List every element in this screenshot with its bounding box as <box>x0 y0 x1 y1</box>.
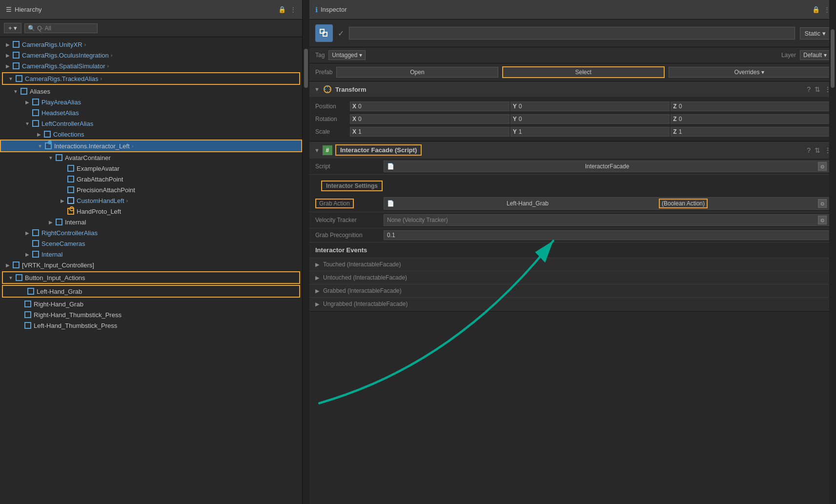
scrollbar-thumb[interactable] <box>304 49 308 88</box>
script-title: Interactor Facade (Script) <box>335 144 422 156</box>
tree-item-grab-attach[interactable]: GrabAttachPoint <box>0 174 302 184</box>
velocity-target-btn[interactable]: ⊙ <box>818 216 827 224</box>
transform-header[interactable]: ▼ Transform ? ⇅ ⋮ <box>309 81 836 97</box>
lock-icon[interactable]: 🔒 <box>812 6 820 13</box>
object-name-field[interactable]: Interactions.Interactor_Left <box>349 27 795 40</box>
script-input[interactable]: 📄 InteractorFacade ⊙ <box>384 161 830 172</box>
grab-precognition-input[interactable]: 0.1 <box>384 230 830 240</box>
tree-item-playarea[interactable]: PlayAreaAlias <box>0 97 302 107</box>
position-y-field[interactable]: Y 0 <box>510 101 670 111</box>
tree-item-hand-proto[interactable]: HandProto_Left <box>0 206 302 217</box>
hierarchy-toolbar: + ▾ 🔍 Q· All <box>0 20 302 37</box>
item-label: CameraRigs.UnityXR <box>22 41 82 48</box>
velocity-input[interactable]: None (Velocity Tracker) ⊙ <box>384 214 830 226</box>
item-label: Aliases <box>30 88 50 95</box>
event-arrow: ▶ <box>315 301 319 307</box>
cube-icon <box>15 273 23 282</box>
event-touched[interactable]: ▶ Touched (InteractableFacade) <box>309 258 836 271</box>
tree-item-precision-attach[interactable]: PrecisionAttachPoint <box>0 184 302 195</box>
scale-z-field[interactable]: Z 1 <box>671 127 830 137</box>
select-prefab-button[interactable]: Select <box>502 66 665 78</box>
static-badge[interactable]: Static ▾ <box>800 27 830 40</box>
tree-item-right-hand-grab[interactable]: Right-Hand_Grab <box>0 299 302 309</box>
checkbox-icon[interactable]: ✓ <box>338 29 344 38</box>
item-label: ExampleAvatar <box>77 165 120 172</box>
layer-value: Default <box>803 52 822 59</box>
static-label: Static <box>804 30 820 37</box>
cube-icon <box>31 119 40 128</box>
add-button[interactable]: + ▾ <box>4 23 21 33</box>
tree-item-avatar-container[interactable]: AvatarContainer <box>0 152 302 163</box>
position-x-field[interactable]: X 0 <box>350 101 510 111</box>
rotation-row: Rotation X 0 Y 0 Z 0 <box>315 113 830 125</box>
event-ungrabbed[interactable]: ▶ Ungrabbed (InteractableFacade) <box>309 298 836 311</box>
script-header[interactable]: ▼ # Interactor Facade (Script) ? ⇅ ⋮ <box>309 141 836 159</box>
grab-action-target-btn[interactable]: ⊙ <box>818 199 827 208</box>
tree-item-left-hand-grab[interactable]: Left-Hand_Grab <box>2 285 300 298</box>
tree-item-headset[interactable]: HeadsetAlias <box>0 107 302 118</box>
script-settings-icon[interactable]: ⇅ <box>815 146 820 154</box>
more-icon[interactable]: ⋮ <box>290 6 296 13</box>
tree-item-collections[interactable]: Collections <box>0 129 302 140</box>
scale-x-field[interactable]: X 1 <box>350 127 510 137</box>
rotation-y-field[interactable]: Y 0 <box>510 114 670 124</box>
tree-item-right-thumbstick[interactable]: Right-Hand_Thumbstick_Press <box>0 309 302 320</box>
script-help-icon[interactable]: ? <box>807 146 811 154</box>
tree-item-button-input[interactable]: Button_Input_Actions <box>2 271 300 284</box>
tree-item-camera-oculus[interactable]: CameraRigs.OculusIntegration › <box>0 50 302 60</box>
tag-dropdown[interactable]: Untagged ▾ <box>328 50 366 60</box>
inspector-scrollbar[interactable] <box>829 0 836 504</box>
tree-arrow <box>4 42 12 47</box>
item-label: PlayAreaAlias <box>41 99 81 106</box>
hierarchy-header: ☰ Hierarchy 🔒 ⋮ <box>0 0 302 20</box>
rotation-x-field[interactable]: X 0 <box>350 114 510 124</box>
tree-item-vrtk-input[interactable]: [VRTK_Input_Controllers] <box>0 260 302 270</box>
tree-item-left-thumbstick[interactable]: Left-Hand_Thumbstick_Press <box>0 320 302 331</box>
tree-item-leftcontroller[interactable]: LeftControllerAlias <box>0 118 302 129</box>
tree-item-example-avatar[interactable]: ExampleAvatar <box>0 163 302 174</box>
tree-item-custom-hand[interactable]: CustomHandLeft › <box>0 195 302 206</box>
scale-z-value: 1 <box>679 128 682 135</box>
search-box[interactable]: 🔍 Q· All <box>24 23 98 33</box>
overrides-button[interactable]: Overrides ▾ <box>669 67 830 78</box>
open-prefab-button[interactable]: Open <box>336 67 498 78</box>
chevron-right-icon: › <box>107 63 109 69</box>
tree-item-internal2[interactable]: Internal <box>0 249 302 260</box>
script-target-btn[interactable]: ⊙ <box>818 162 827 171</box>
help-icon[interactable]: ? <box>807 85 811 93</box>
overrides-arrow: ▾ <box>761 69 764 76</box>
lock-icon[interactable]: 🔒 <box>278 6 286 13</box>
position-z-field[interactable]: Z 0 <box>671 101 830 111</box>
hierarchy-header-icons: 🔒 ⋮ <box>278 6 296 13</box>
script-hash-icon: # <box>323 145 332 155</box>
tree-item-camera-tracked[interactable]: CameraRigs.TrackedAlias › <box>2 72 300 85</box>
tree-item-rightcontroller[interactable]: RightControllerAlias <box>0 227 302 238</box>
prefab-row: Prefab Open Select Overrides ▾ <box>309 63 836 81</box>
tree-arrow <box>23 121 31 126</box>
hierarchy-scrollbar[interactable] <box>303 0 309 504</box>
item-label: Interactions.Interactor_Left <box>54 142 130 150</box>
scale-label: Scale <box>315 128 347 135</box>
tree-item-scene-cameras[interactable]: SceneCameras <box>0 238 302 249</box>
rotation-z-field[interactable]: Z 0 <box>671 114 830 124</box>
tag-value: Untagged <box>332 52 357 59</box>
event-untouched[interactable]: ▶ Untouched (InteractableFacade) <box>309 271 836 284</box>
script-field-row: Script 📄 InteractorFacade ⊙ <box>309 159 836 175</box>
tree-item-internal1[interactable]: Internal <box>0 217 302 227</box>
settings-icon[interactable]: ⇅ <box>815 85 820 93</box>
tree-item-interactor-left[interactable]: Interactions.Interactor_Left › <box>0 140 302 152</box>
scale-y-field[interactable]: Y 1 <box>510 127 670 137</box>
item-label: CameraRigs.SpatialSimulator <box>22 62 105 70</box>
inspector-panel: ℹ Inspector 🔒 ⋮ ✓ Interactions.Interacto… <box>309 0 836 504</box>
object-header: ✓ Interactions.Interactor_Left Static ▾ <box>309 20 836 47</box>
grab-action-input[interactable]: 📄 Left-Hand_Grab (Boolean Action) ⊙ <box>384 197 830 210</box>
inspector-scrollbar-thumb[interactable] <box>831 29 835 88</box>
tree-arrow <box>23 100 31 105</box>
layer-dropdown[interactable]: Default ▾ <box>800 50 830 60</box>
grab-precognition-value: 0.1 <box>384 230 830 240</box>
tree-item-camera-unitxr[interactable]: CameraRigs.UnityXR › <box>0 39 302 50</box>
tree-item-aliases[interactable]: Aliases <box>0 86 302 97</box>
grab-action-label: Grab Action <box>315 199 354 208</box>
tree-item-camera-spatial[interactable]: CameraRigs.SpatialSimulator › <box>0 60 302 71</box>
event-grabbed[interactable]: ▶ Grabbed (InteractableFacade) <box>309 284 836 298</box>
